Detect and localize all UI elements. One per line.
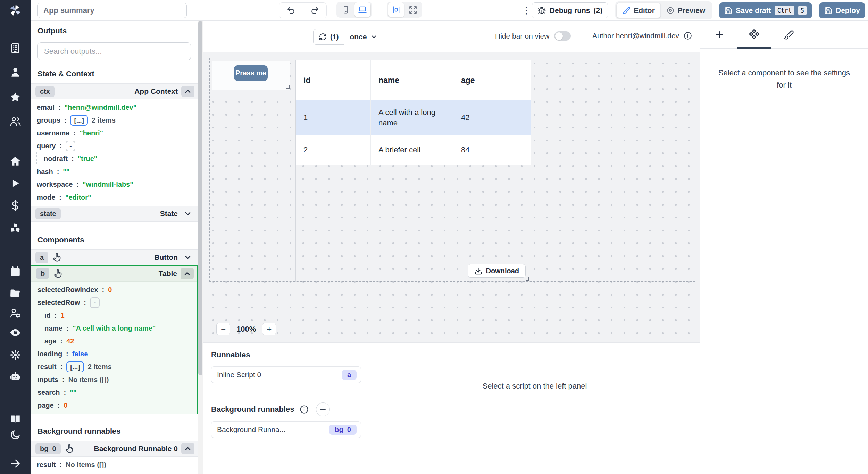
expand-component-a-button[interactable]: [181, 252, 194, 263]
runnables-title: Runnables: [211, 350, 361, 359]
background-runnable-badge: bg_0: [329, 425, 357, 435]
tab-add-component[interactable]: [702, 21, 737, 49]
refresh-button[interactable]: (1): [313, 29, 344, 45]
deploy-button[interactable]: Deploy: [819, 2, 865, 18]
expand-state-button[interactable]: [181, 208, 194, 219]
plus-icon: [714, 30, 725, 40]
button-component-cell[interactable]: Press me: [212, 61, 290, 90]
kbd-s: S: [798, 6, 807, 15]
add-background-runnable-button[interactable]: [316, 402, 330, 416]
output-kv-row: selectedRowIndex:0: [31, 283, 197, 296]
desktop-view-button[interactable]: [354, 2, 370, 17]
dark-mode-moon-icon[interactable]: [9, 429, 21, 441]
expand-value-pill[interactable]: -: [90, 297, 100, 308]
runs-play-icon[interactable]: [9, 177, 21, 189]
schedules-calendar-icon[interactable]: [9, 266, 21, 277]
zoom-out-button[interactable]: −: [216, 323, 230, 335]
outputs-title: Outputs: [31, 26, 198, 35]
expand-value-pill[interactable]: [...]: [70, 115, 88, 126]
center-layout-button[interactable]: [388, 2, 404, 17]
home-icon[interactable]: [9, 155, 21, 167]
variables-dollar-icon[interactable]: [9, 200, 21, 211]
table-footer: Download: [296, 260, 531, 282]
user-icon[interactable]: [9, 66, 21, 78]
expand-value-pill[interactable]: [...]: [66, 361, 84, 372]
fullscreen-layout-button[interactable]: [405, 2, 421, 17]
plus-icon: [319, 405, 327, 414]
docs-book-open-icon[interactable]: [9, 413, 21, 425]
table-component[interactable]: idnameage 1A cell with a long name422A b…: [295, 60, 531, 282]
collapse-bg0-button[interactable]: [181, 443, 194, 454]
chevron-up-icon: [184, 87, 192, 95]
state-section-header[interactable]: state State: [31, 206, 198, 222]
press-me-button[interactable]: Press me: [234, 65, 268, 81]
table-cell: A briefer cell: [371, 135, 453, 165]
output-key: email: [37, 103, 55, 111]
info-icon[interactable]: [683, 31, 692, 40]
download-button[interactable]: Download: [468, 264, 526, 278]
debug-runs-count: (2): [594, 6, 603, 15]
collapse-component-b-button[interactable]: [181, 268, 194, 279]
output-key: selectedRowIndex: [37, 286, 98, 294]
save-icon: [724, 7, 732, 15]
author-label: Author henri@windmill.dev: [592, 32, 679, 40]
save-draft-label: Save draft: [736, 6, 771, 15]
chevron-down-icon: [184, 209, 192, 218]
audit-eye-icon[interactable]: [9, 327, 21, 339]
output-value: "henri@windmill.dev": [65, 103, 136, 111]
zoom-in-button[interactable]: +: [262, 323, 276, 335]
redo-button[interactable]: [303, 2, 326, 18]
tab-styling[interactable]: [771, 21, 806, 49]
star-icon[interactable]: [9, 91, 21, 103]
expand-value-pill[interactable]: -: [66, 141, 75, 151]
resize-handle[interactable]: [526, 277, 529, 281]
workspace-building-icon[interactable]: [9, 42, 21, 54]
output-kv-row: workspace:"windmill-labs": [31, 178, 198, 191]
search-outputs-input[interactable]: [37, 42, 191, 60]
tab-component-settings[interactable]: [737, 21, 771, 49]
app-canvas[interactable]: Press me idnameage 1A cell with a long n…: [203, 52, 700, 342]
resources-boxes-icon[interactable]: [9, 222, 21, 234]
app-summary-input[interactable]: [37, 3, 187, 18]
undo-button[interactable]: [279, 2, 303, 18]
ctx-section-header[interactable]: ctx App Context: [31, 83, 198, 99]
resize-handle[interactable]: [286, 85, 290, 89]
save-draft-button[interactable]: Save draft Ctrl S: [719, 2, 812, 18]
background-runnable-item[interactable]: Background Runna... bg_0: [211, 421, 361, 438]
component-a-label: Button: [154, 253, 178, 261]
table-row[interactable]: 2A briefer cell84: [296, 135, 531, 165]
more-options-kebab-icon[interactable]: ⋮: [521, 4, 532, 17]
outputs-scrollbar[interactable]: [198, 21, 203, 474]
hide-bar-toggle[interactable]: [554, 31, 571, 41]
folders-icon[interactable]: [9, 287, 21, 299]
users-icon[interactable]: [9, 116, 21, 127]
component-b-header[interactable]: b Table: [31, 266, 197, 282]
collapse-ctx-button[interactable]: [181, 86, 194, 97]
device-toggle-group: [336, 2, 372, 18]
component-a-header[interactable]: a Button: [31, 249, 198, 265]
background-runnables-title: Background runnables: [31, 427, 198, 436]
output-value: No items ([]): [68, 376, 109, 384]
refresh-schedule-dropdown[interactable]: once: [344, 29, 383, 45]
preview-tab[interactable]: Preview: [661, 3, 711, 18]
output-kv-row: id:1: [37, 309, 197, 322]
debug-runs-button[interactable]: Debug runs (2): [532, 2, 608, 18]
mobile-view-button[interactable]: [338, 2, 354, 17]
expand-rail-arrow-right-icon[interactable]: [9, 458, 21, 469]
canvas-area: (1) once Hide bar on view Author henri@w…: [203, 21, 700, 474]
select-script-message: Select a script on the left panel: [483, 382, 587, 474]
settings-gear-icon[interactable]: [9, 349, 21, 361]
bg0-section-header[interactable]: bg_0 Background Runnable 0: [31, 441, 198, 457]
workers-user-cog-icon[interactable]: [9, 307, 21, 319]
canvas-dashed-frame: Press me idnameage 1A cell with a long n…: [209, 58, 695, 282]
editor-tab[interactable]: Editor: [617, 3, 661, 18]
inline-script-item[interactable]: Inline Script 0 a: [211, 366, 361, 383]
windmill-logo[interactable]: [0, 0, 31, 21]
info-icon[interactable]: [299, 405, 309, 414]
undo-redo-group: [279, 2, 327, 18]
rail-divider: [0, 444, 31, 444]
table-row[interactable]: 1A cell with a long name42: [296, 100, 531, 135]
output-kv-row: search:"": [31, 386, 197, 399]
bg0-section-label: Background Runnable 0: [94, 444, 178, 453]
bot-icon[interactable]: [9, 371, 21, 383]
